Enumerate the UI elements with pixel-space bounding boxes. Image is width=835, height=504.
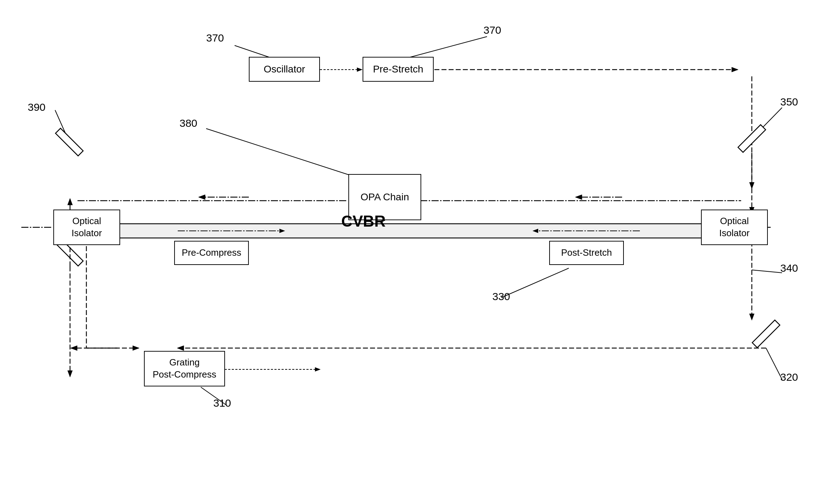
svg-rect-16 xyxy=(55,128,83,156)
pre-stretch-box: Pre-Stretch xyxy=(363,57,434,82)
svg-line-4 xyxy=(235,45,270,58)
svg-line-11 xyxy=(766,348,782,379)
label-370-top-left: 370 xyxy=(206,32,224,44)
svg-line-5 xyxy=(409,37,487,58)
grating-post-compress-box: GratingPost-Compress xyxy=(144,351,225,386)
post-stretch-box: Post-Stretch xyxy=(549,241,624,265)
optical-isolator-right-label: OpticalIsolator xyxy=(719,215,749,239)
label-330: 330 xyxy=(492,291,510,303)
label-380: 380 xyxy=(180,117,197,129)
oscillator-label: Oscillator xyxy=(264,63,305,76)
label-340: 340 xyxy=(780,262,798,274)
svg-line-10 xyxy=(501,268,569,298)
pre-stretch-label: Pre-Stretch xyxy=(373,63,423,76)
pre-compress-box: Pre-Compress xyxy=(174,241,249,265)
label-310: 310 xyxy=(213,397,231,409)
opa-chain-label: OPA Chain xyxy=(360,191,409,204)
pre-compress-label: Pre-Compress xyxy=(182,247,241,259)
svg-line-7 xyxy=(206,129,352,176)
cvbr-label: CVBR xyxy=(341,212,386,230)
svg-line-9 xyxy=(752,270,782,273)
svg-rect-20 xyxy=(752,320,780,348)
label-320: 320 xyxy=(780,371,798,383)
label-370-top-right: 370 xyxy=(483,24,501,36)
optical-isolator-left-box: OpticalIsolator xyxy=(53,210,120,245)
label-390: 390 xyxy=(28,101,46,113)
diagram-container: Oscillator Pre-Stretch OPA Chain Optical… xyxy=(0,0,835,504)
optical-isolator-right-box: OpticalIsolator xyxy=(701,210,768,245)
label-350: 350 xyxy=(780,96,798,108)
optical-isolator-left-label: OpticalIsolator xyxy=(71,215,102,239)
grating-post-compress-label: GratingPost-Compress xyxy=(152,357,216,381)
post-stretch-label: Post-Stretch xyxy=(561,247,612,259)
oscillator-box: Oscillator xyxy=(249,57,320,82)
